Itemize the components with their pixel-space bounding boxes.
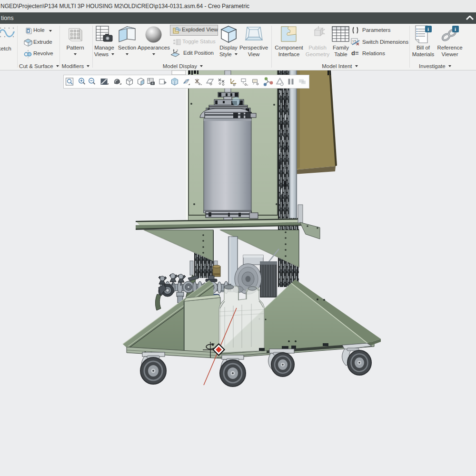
svg-text:d=: d=: [351, 50, 359, 57]
svg-text:i: i: [427, 26, 429, 32]
svg-text:i: i: [455, 26, 456, 32]
svg-text:x: x: [177, 49, 178, 51]
